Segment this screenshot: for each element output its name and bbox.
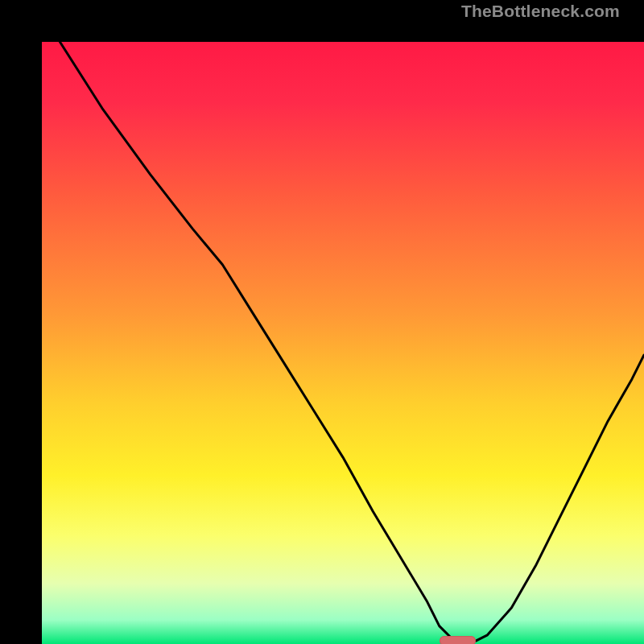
gradient-background: [42, 42, 644, 644]
plot-area: [42, 42, 644, 644]
chart-frame: [0, 0, 644, 644]
optimal-marker: [440, 636, 476, 644]
watermark-text: TheBottleneck.com: [461, 2, 620, 21]
chart-svg: [42, 42, 644, 644]
